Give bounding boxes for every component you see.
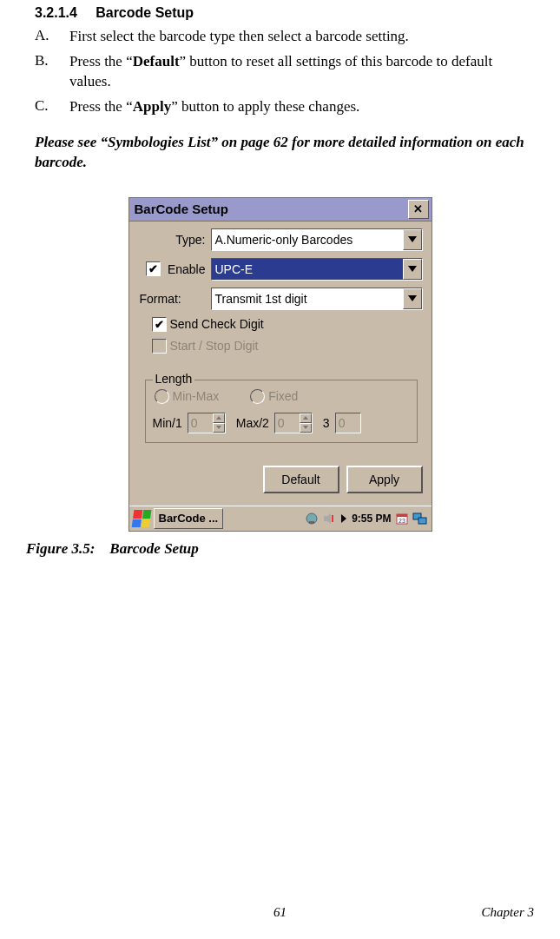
format-dropdown-button[interactable] (403, 288, 422, 309)
default-button-label: Default (281, 473, 320, 486)
fixed-radio-item: Fixed (250, 389, 298, 404)
start-stop-checkbox (152, 339, 167, 354)
chevron-down-icon (408, 236, 417, 242)
start-stop-label: Start / Stop Digit (170, 339, 259, 353)
svg-text:23: 23 (399, 518, 405, 524)
chevron-up-icon (216, 416, 221, 420)
minmax-radio-item: Min-Max (155, 389, 220, 404)
close-icon: ✕ (413, 202, 423, 215)
list-letter: B. (35, 52, 69, 92)
list-letter: A. (35, 27, 69, 47)
svg-rect-6 (397, 514, 407, 517)
max-value: 0 (275, 413, 300, 433)
min-value: 0 (188, 413, 213, 433)
minmax-radio (155, 389, 169, 404)
list-text: Press the “Default” button to reset all … (69, 52, 534, 92)
min-up-button (213, 413, 225, 423)
apply-button[interactable]: Apply (346, 466, 423, 493)
taskbar-app[interactable]: BarCode ... (154, 508, 224, 529)
default-button[interactable]: Default (263, 466, 339, 493)
enable-label: Enable (168, 262, 206, 276)
enable-checkbox[interactable]: ✔ (146, 261, 161, 276)
enable-dropdown-button[interactable] (403, 259, 422, 280)
page-number: 61 (273, 905, 287, 920)
chevron-down-icon (408, 295, 417, 301)
send-check-checkbox[interactable]: ✔ (152, 317, 167, 332)
text-bold: Apply (133, 98, 171, 115)
reference-note: Please see “Symbologies List” on page 62… (35, 133, 525, 173)
taskbar-app-label: BarCode ... (159, 512, 219, 525)
list-text: First select the barcode type then selec… (69, 27, 534, 47)
max-label: Max/2 (236, 416, 269, 430)
svg-rect-1 (309, 521, 314, 524)
section-number: 3.2.1.4 (35, 5, 77, 20)
list-item-c: C. Press the “Apply” button to apply the… (35, 97, 534, 117)
format-value: Transmit 1st digit (212, 288, 403, 309)
checkmark-icon: ✔ (155, 319, 164, 330)
network-icon (305, 512, 319, 526)
titlebar: BarCode Setup ✕ (129, 198, 432, 222)
format-label: Format: (140, 292, 211, 306)
chevron-down-icon (408, 266, 417, 272)
length-group: Length Min-Max Fixed Min/1 0 (145, 380, 418, 443)
text-pre: Press the “ (69, 53, 133, 69)
figure-prefix: Figure 3.5: (26, 540, 95, 557)
desktop-icon (412, 512, 428, 526)
fixed-label: Fixed (268, 389, 298, 403)
figure-caption: Figure 3.5: Barcode Setup (26, 540, 534, 558)
text-bold: Default (133, 53, 180, 69)
format-combo[interactable]: Transmit 1st digit (211, 288, 423, 310)
chevron-up-icon (303, 416, 308, 420)
three-field: 0 (335, 413, 361, 433)
type-combo[interactable]: A.Numeric-only Barcodes (211, 228, 423, 251)
list-item-b: B. Press the “Default” button to reset a… (35, 52, 534, 92)
window-title: BarCode Setup (135, 202, 408, 216)
chapter-label: Chapter 3 (482, 905, 534, 920)
calendar-icon: 23 (395, 512, 409, 526)
list-item-a: A. First select the barcode type then se… (35, 27, 534, 47)
close-button[interactable]: ✕ (408, 200, 429, 219)
type-dropdown-button[interactable] (403, 229, 422, 250)
max-down-button (300, 423, 312, 433)
svg-marker-2 (324, 513, 331, 524)
length-group-label: Length (153, 372, 195, 386)
apply-button-label: Apply (369, 473, 399, 486)
page-footer: 61 Chapter 3 (0, 905, 560, 920)
figure-text: Barcode Setup (109, 540, 198, 557)
type-label: Type: (140, 233, 211, 247)
min-down-button (213, 423, 225, 433)
max-spinner: 0 (274, 413, 313, 433)
send-check-label: Send Check Digit (170, 317, 264, 331)
volume-icon (322, 512, 336, 526)
min-spinner: 0 (188, 413, 226, 433)
chevron-down-icon (303, 426, 308, 429)
enable-combo[interactable]: UPC-E (211, 258, 423, 281)
section-title: Barcode Setup (96, 5, 194, 20)
three-value: 0 (336, 413, 360, 433)
max-up-button (300, 413, 312, 423)
chevron-down-icon (216, 426, 221, 429)
text-post: ” button to apply these changes. (171, 98, 359, 115)
clock: 9:55 PM (352, 512, 391, 525)
start-button[interactable] (131, 510, 151, 527)
svg-marker-4 (341, 514, 346, 523)
arrow-right-icon (339, 512, 348, 526)
taskbar: BarCode ... 9:55 PM 23 (129, 506, 432, 531)
text-pre: Press the “ (69, 98, 133, 115)
min-label: Min/1 (153, 416, 182, 430)
enable-value: UPC-E (212, 259, 403, 280)
fixed-radio (250, 389, 265, 404)
section-heading: 3.2.1.4 Barcode Setup (26, 4, 534, 22)
minmax-label: Min-Max (173, 389, 220, 403)
three-label: 3 (323, 416, 330, 430)
list-text: Press the “Apply” button to apply these … (69, 97, 534, 117)
svg-rect-9 (418, 518, 426, 524)
type-value: A.Numeric-only Barcodes (212, 229, 403, 250)
checkmark-icon: ✔ (148, 263, 158, 274)
list-letter: C. (35, 97, 69, 117)
barcode-setup-window: BarCode Setup ✕ Type: A.Numeric-only Bar… (128, 197, 432, 532)
